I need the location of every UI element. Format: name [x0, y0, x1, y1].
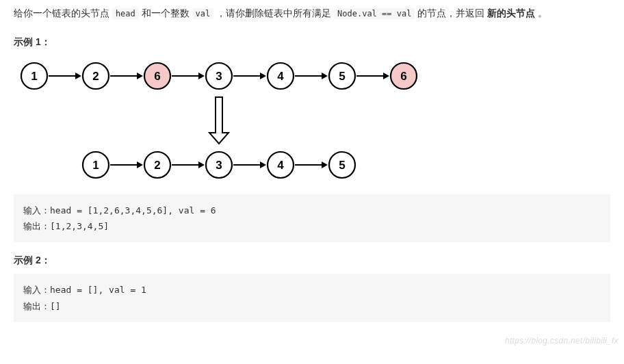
arrow-icon — [295, 161, 328, 168]
example-1-output-line: 输出：[1,2,3,4,5] — [23, 218, 601, 234]
svg-text:6: 6 — [154, 70, 160, 83]
list-node: 1 — [83, 152, 109, 178]
arrow-icon — [172, 161, 205, 168]
example-1-input-line: 输入：head = [1,2,6,3,4,5,6], val = 6 — [23, 203, 601, 218]
output-value: [1,2,3,4,5] — [50, 221, 109, 231]
svg-rect-44 — [216, 97, 222, 133]
arrow-icon — [49, 73, 81, 79]
input-value: head = [], val = 1 — [50, 285, 146, 295]
svg-marker-33 — [198, 161, 205, 168]
text: 给你一个链表的头节点 — [14, 8, 112, 18]
arrow-icon — [110, 73, 143, 79]
svg-marker-7 — [137, 73, 143, 79]
svg-rect-46 — [216, 131, 222, 134]
svg-text:6: 6 — [400, 70, 406, 83]
output-value: [] — [50, 301, 61, 311]
input-value: head = [1,2,6,3,4,5,6], val = 6 — [50, 205, 216, 216]
linked-list-diagram: 126345612345 — [14, 55, 610, 187]
list-node: 5 — [329, 63, 355, 89]
svg-marker-23 — [383, 73, 389, 79]
list-node: 6 — [144, 63, 170, 89]
svg-marker-45 — [209, 133, 229, 144]
arrow-icon — [233, 161, 266, 168]
list-node: 3 — [206, 63, 232, 89]
svg-marker-15 — [260, 73, 266, 79]
example-1-title: 示例 1： — [14, 36, 610, 49]
list-node: 2 — [144, 152, 170, 178]
code-inline-val: val — [192, 8, 214, 19]
list-node: 1 — [21, 63, 47, 89]
text: 的节点，并返回 — [417, 8, 487, 18]
svg-text:2: 2 — [154, 159, 160, 172]
list-node: 4 — [268, 152, 294, 178]
text: 和一个整数 — [142, 8, 192, 18]
svg-text:4: 4 — [277, 70, 284, 83]
down-arrow-icon — [209, 97, 229, 144]
problem-statement: 给你一个链表的头节点 head 和一个整数 val ，请你删除链表中所有满足 N… — [14, 4, 610, 23]
svg-marker-11 — [198, 73, 205, 79]
svg-text:1: 1 — [92, 159, 99, 172]
watermark: https://blog.csdn.net/bilibili_fx — [505, 336, 619, 346]
example-2-output-line: 输出：[] — [23, 298, 601, 314]
text-bold: 新的头节点 — [487, 8, 535, 18]
text: 。 — [538, 8, 547, 18]
arrow-icon — [356, 73, 389, 79]
code-inline-cond: Node.val == val — [334, 8, 415, 19]
example-1-code: 输入：head = [1,2,6,3,4,5,6], val = 6 输出：[1… — [14, 194, 610, 243]
svg-text:3: 3 — [216, 159, 222, 172]
svg-marker-3 — [75, 73, 81, 79]
output-label: 输出： — [23, 301, 50, 311]
svg-marker-29 — [137, 161, 143, 168]
arrow-icon — [233, 73, 266, 79]
example-2-code: 输入：head = [], val = 1 输出：[] — [14, 274, 610, 322]
arrow-icon — [172, 73, 205, 79]
list-node: 4 — [268, 63, 294, 89]
svg-text:2: 2 — [92, 70, 99, 83]
example-2-input-line: 输入：head = [], val = 1 — [23, 282, 601, 298]
svg-text:5: 5 — [339, 70, 345, 83]
svg-marker-37 — [260, 161, 266, 168]
list-node: 6 — [391, 63, 417, 89]
example-2-title: 示例 2： — [14, 255, 610, 267]
output-label: 输出： — [23, 221, 50, 231]
svg-marker-41 — [322, 161, 328, 168]
arrow-icon — [110, 161, 143, 168]
list-node: 5 — [329, 152, 355, 178]
svg-text:3: 3 — [216, 70, 222, 83]
svg-text:5: 5 — [339, 159, 345, 172]
input-label: 输入： — [23, 205, 50, 216]
arrow-icon — [295, 73, 328, 79]
text: ，请你删除链表中所有满足 — [216, 8, 334, 18]
code-inline-head: head — [112, 8, 139, 19]
list-node: 2 — [83, 63, 109, 89]
linked-list-svg: 126345612345 — [14, 55, 465, 185]
list-node: 3 — [206, 152, 232, 178]
svg-marker-19 — [322, 73, 328, 79]
input-label: 输入： — [23, 285, 50, 295]
svg-text:4: 4 — [277, 159, 284, 172]
svg-text:1: 1 — [31, 70, 37, 83]
